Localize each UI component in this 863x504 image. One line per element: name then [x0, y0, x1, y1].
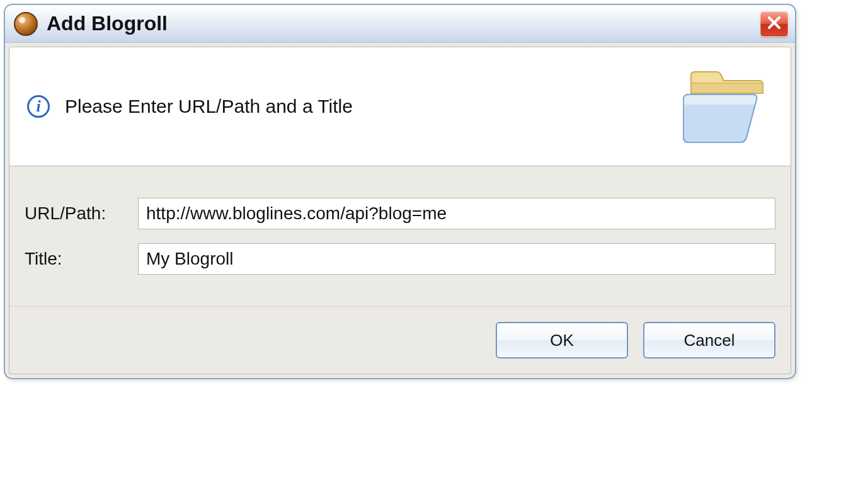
button-pane: OK Cancel [9, 306, 791, 374]
ok-button[interactable]: OK [496, 322, 628, 358]
folder-open-icon [678, 66, 773, 147]
close-icon [767, 15, 782, 33]
add-blogroll-dialog: Add Blogroll i Please Enter URL/Path and… [4, 4, 796, 379]
dialog-title: Add Blogroll [47, 12, 168, 35]
url-path-label: URL/Path: [25, 203, 138, 224]
cancel-button[interactable]: Cancel [643, 322, 775, 358]
url-path-input[interactable] [138, 198, 775, 229]
close-button[interactable] [760, 11, 789, 37]
title-label: Title: [25, 249, 138, 269]
titlebar[interactable]: Add Blogroll [5, 5, 795, 43]
app-icon [14, 12, 38, 36]
instruction-text: Please Enter URL/Path and a Title [65, 96, 353, 117]
title-row: Title: [25, 243, 775, 275]
header-pane: i Please Enter URL/Path and a Title [9, 47, 791, 166]
title-input[interactable] [138, 243, 775, 275]
form-pane: URL/Path: Title: [9, 166, 791, 306]
url-path-row: URL/Path: [25, 198, 775, 229]
info-icon: i [27, 95, 50, 118]
